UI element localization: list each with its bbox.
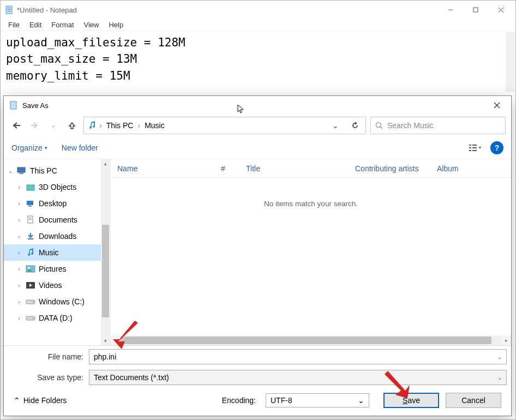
toolbar: Organize ▾ New folder ? bbox=[4, 136, 511, 159]
scroll-down-icon[interactable]: ▾ bbox=[101, 337, 110, 345]
menu-file[interactable]: File bbox=[4, 20, 24, 30]
new-folder-button[interactable]: New folder bbox=[62, 143, 98, 152]
address-dropdown[interactable]: ⌄ bbox=[327, 117, 344, 134]
expander-icon[interactable]: › bbox=[16, 250, 22, 256]
svg-rect-22 bbox=[19, 173, 23, 174]
expander-icon[interactable]: › bbox=[16, 266, 22, 272]
menu-format[interactable]: Format bbox=[47, 20, 78, 30]
svg-point-13 bbox=[376, 123, 381, 128]
search-input[interactable]: Search Music bbox=[370, 117, 506, 134]
organize-button[interactable]: Organize ▾ bbox=[11, 143, 47, 152]
expander-icon[interactable]: ⌄ bbox=[7, 168, 14, 174]
folder-tree[interactable]: ⌄ This PC ›3D Objects›Desktop›Documents›… bbox=[4, 159, 110, 345]
chevron-down-icon[interactable]: ⌄ bbox=[497, 375, 502, 381]
address-bar[interactable]: › This PC › Music ⌄ bbox=[83, 117, 366, 134]
documents-icon bbox=[26, 215, 35, 224]
tree-item[interactable]: ›DATA (D:) bbox=[4, 310, 110, 326]
expander-icon[interactable]: › bbox=[16, 233, 22, 239]
chevron-down-icon[interactable]: ⌄ bbox=[358, 396, 364, 405]
svg-rect-28 bbox=[29, 219, 32, 220]
tree-item-label: Videos bbox=[39, 281, 62, 290]
tree-item-label: Pictures bbox=[39, 265, 67, 273]
scroll-thumb[interactable] bbox=[102, 225, 109, 317]
tree-item-label: Downloads bbox=[39, 232, 76, 241]
hide-folders-button[interactable]: ⌃ Hide Folders bbox=[14, 396, 67, 405]
nav-recent-button[interactable]: ⌄ bbox=[46, 118, 61, 133]
savetype-select[interactable]: Text Documents (*.txt) ⌄ bbox=[89, 370, 507, 385]
list-hscroll[interactable]: ◂ ▸ bbox=[111, 335, 511, 345]
expander-icon[interactable]: › bbox=[16, 315, 22, 321]
save-button[interactable]: Save bbox=[383, 393, 439, 408]
scroll-up-icon[interactable]: ▴ bbox=[101, 159, 110, 168]
svg-rect-15 bbox=[469, 145, 471, 146]
tree-item-label: Music bbox=[39, 248, 59, 257]
hscroll-thumb[interactable] bbox=[121, 337, 491, 344]
view-options-button[interactable] bbox=[465, 141, 485, 154]
filename-input[interactable]: php.ini ⌄ bbox=[89, 349, 507, 364]
tree-item[interactable]: ›Music bbox=[4, 244, 110, 261]
svg-rect-19 bbox=[472, 147, 477, 148]
close-button[interactable] bbox=[488, 2, 513, 18]
col-num[interactable]: # bbox=[214, 164, 239, 173]
col-name[interactable]: Name bbox=[111, 164, 214, 173]
desktop-icon bbox=[26, 199, 35, 208]
filename-label: File name: bbox=[8, 352, 89, 361]
tree-item[interactable]: ›Downloads bbox=[4, 228, 110, 244]
col-title[interactable]: Title bbox=[239, 164, 349, 173]
dialog-titlebar[interactable]: Save As bbox=[4, 96, 511, 115]
hscroll-right-icon[interactable]: ▸ bbox=[501, 338, 511, 343]
tree-vscroll[interactable]: ▴ ▾ bbox=[101, 159, 110, 345]
svg-rect-27 bbox=[29, 218, 32, 218]
tree-item[interactable]: ›Documents bbox=[4, 212, 110, 228]
col-album[interactable]: Album bbox=[430, 164, 511, 173]
svg-rect-21 bbox=[17, 167, 25, 172]
dialog-body: ⌄ This PC ›3D Objects›Desktop›Documents›… bbox=[4, 159, 511, 345]
refresh-button[interactable] bbox=[347, 117, 363, 134]
encoding-select[interactable]: UTF-8 ⌄ bbox=[266, 393, 369, 407]
chevron-down-icon[interactable]: ⌄ bbox=[497, 354, 502, 360]
expander-icon[interactable]: › bbox=[16, 217, 22, 223]
nav-row: ⌄ › This PC › Music ⌄ Search Music bbox=[4, 115, 511, 136]
tree-item[interactable]: ›3D Objects bbox=[4, 179, 110, 195]
expander-icon[interactable]: › bbox=[16, 283, 22, 289]
menu-help[interactable]: Help bbox=[104, 20, 128, 30]
nav-up-button[interactable] bbox=[65, 118, 79, 133]
chevron-down-icon: ▾ bbox=[45, 145, 47, 151]
file-list-pane: Name # Title Contributing artists Album … bbox=[110, 159, 511, 345]
svg-rect-3 bbox=[7, 11, 11, 11]
menu-view[interactable]: View bbox=[80, 20, 104, 30]
hscroll-left-icon[interactable]: ◂ bbox=[111, 338, 121, 343]
tree-label: This PC bbox=[30, 166, 57, 175]
tree-item[interactable]: ›Pictures bbox=[4, 261, 110, 277]
svg-rect-18 bbox=[472, 145, 477, 146]
expander-icon[interactable]: › bbox=[16, 299, 22, 305]
tree-this-pc[interactable]: ⌄ This PC bbox=[4, 163, 110, 179]
breadcrumb-music[interactable]: Music bbox=[143, 121, 166, 130]
help-button[interactable]: ? bbox=[490, 141, 503, 154]
tree-item[interactable]: ›Windows (C:) bbox=[4, 293, 110, 310]
minimize-button[interactable] bbox=[438, 2, 463, 18]
maximize-button[interactable] bbox=[463, 2, 488, 18]
nav-back-button[interactable] bbox=[9, 118, 23, 133]
pictures-icon bbox=[26, 265, 35, 273]
breadcrumb-sep: › bbox=[99, 121, 102, 130]
tree-item[interactable]: ›Videos bbox=[4, 277, 110, 293]
expander-icon[interactable]: › bbox=[16, 184, 22, 190]
menu-edit[interactable]: Edit bbox=[25, 20, 46, 30]
cancel-button[interactable]: Cancel bbox=[446, 393, 501, 408]
nav-forward-button[interactable] bbox=[28, 118, 42, 133]
notepad-titlebar[interactable]: *Untitled - Notepad bbox=[1, 1, 515, 19]
svg-point-31 bbox=[28, 267, 30, 269]
svg-line-14 bbox=[381, 127, 383, 129]
expander-icon[interactable]: › bbox=[16, 201, 22, 207]
breadcrumb-this-pc[interactable]: This PC bbox=[105, 121, 135, 130]
col-artists[interactable]: Contributing artists bbox=[349, 164, 430, 173]
tree-item[interactable]: ›Desktop bbox=[4, 195, 110, 212]
svg-rect-17 bbox=[469, 150, 471, 151]
tree-item-label: Desktop bbox=[39, 199, 67, 208]
savetype-value: Text Documents (*.txt) bbox=[94, 373, 169, 382]
dialog-close-button[interactable] bbox=[485, 97, 509, 113]
list-empty-text: No items match your search. bbox=[111, 178, 511, 335]
notepad-vscroll[interactable] bbox=[506, 32, 515, 92]
drive-icon bbox=[26, 314, 35, 322]
